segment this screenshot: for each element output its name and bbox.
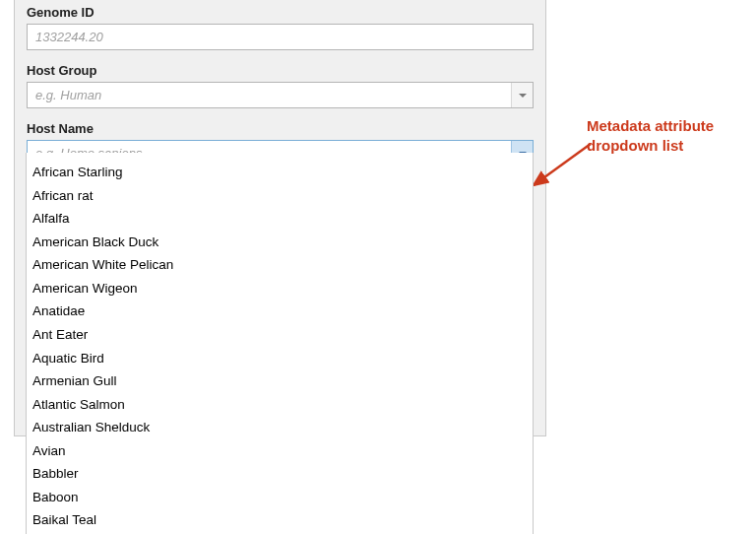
- host-group-group: Host Group: [15, 58, 545, 116]
- host-group-label: Host Group: [27, 63, 534, 78]
- dropdown-item[interactable]: American Wigeon: [27, 277, 533, 300]
- dropdown-item[interactable]: American White Pelican: [27, 253, 533, 277]
- dropdown-item[interactable]: Baikal Teal: [27, 508, 533, 532]
- dropdown-item[interactable]: Alfalfa: [27, 207, 533, 231]
- host-name-dropdown[interactable]: African StarlingAfrican ratAlfalfaAmeric…: [26, 153, 534, 534]
- annotation-line1: Metadata attribute: [587, 117, 714, 134]
- annotation-line2: dropdown list: [587, 137, 683, 154]
- dropdown-item[interactable]: Aquatic Bird: [27, 347, 533, 370]
- dropdown-item[interactable]: African rat: [27, 184, 533, 208]
- dropdown-item[interactable]: Anatidae: [27, 300, 533, 323]
- host-group-combo: [27, 82, 534, 108]
- dropdown-item[interactable]: Baboon: [27, 486, 533, 509]
- dropdown-item[interactable]: Avian: [27, 439, 533, 463]
- dropdown-item[interactable]: Atlantic Salmon: [27, 393, 533, 417]
- genome-id-label: Genome ID: [27, 5, 534, 20]
- annotation-text: Metadata attribute dropdown list: [587, 116, 714, 155]
- host-group-trigger[interactable]: [511, 83, 533, 107]
- genome-id-input[interactable]: [27, 24, 534, 50]
- chevron-down-icon: [519, 94, 527, 98]
- dropdown-item[interactable]: Australian Shelduck: [27, 416, 533, 439]
- genome-id-group: Genome ID: [15, 0, 545, 58]
- dropdown-item[interactable]: Babbler: [27, 462, 533, 486]
- dropdown-item[interactable]: African Starling: [27, 161, 533, 184]
- dropdown-item[interactable]: Armenian Gull: [27, 369, 533, 393]
- dropdown-item[interactable]: American Black Duck: [27, 231, 533, 254]
- host-group-input[interactable]: [27, 82, 534, 108]
- dropdown-item[interactable]: Ant Eater: [27, 323, 533, 347]
- host-name-label: Host Name: [27, 121, 534, 136]
